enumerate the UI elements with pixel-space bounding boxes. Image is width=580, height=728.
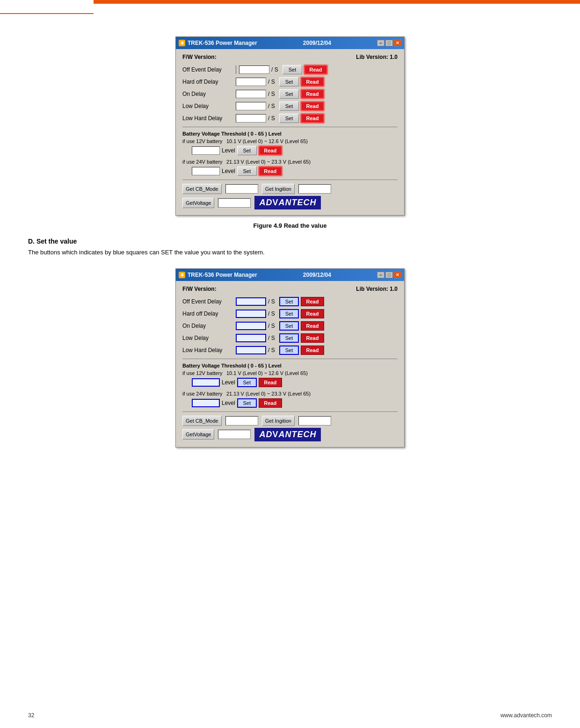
delay-input-1-2[interactable] — [236, 90, 266, 98]
read-btn-2-3[interactable]: Read — [301, 333, 324, 343]
title-bar-left-2: 🖥 TREK-536 Power Manager — [179, 272, 257, 278]
battery-title-2: Battery Voltage Threshold ( 0 - 65 ) Lev… — [182, 363, 398, 368]
set-btn-battery12-2[interactable]: Set — [237, 378, 257, 387]
read-btn-2-4[interactable]: Read — [301, 346, 324, 355]
read-btn-battery24-2[interactable]: Read — [259, 398, 282, 408]
read-btn-battery12-2[interactable]: Read — [259, 378, 282, 387]
window-title-1: TREK-536 Power Manager — [188, 40, 257, 46]
app-window-1: 🖥 TREK-536 Power Manager 2009/12/04 − □ … — [175, 36, 405, 216]
set-btn-1-0[interactable]: Set — [283, 65, 302, 74]
delay-input-2-0[interactable] — [236, 297, 266, 306]
set-btn-2-0[interactable]: Set — [279, 297, 299, 306]
advantech-logo-2: ADVANTECH — [254, 428, 321, 441]
battery12-row-2: if use 12V battery 10.1 V (Level 0) ~ 12… — [182, 370, 398, 376]
figure1-container: 🖥 TREK-536 Power Manager 2009/12/04 − □ … — [28, 36, 552, 216]
delay-input-1-1[interactable] — [236, 78, 266, 86]
get-ingition-btn-1[interactable]: Get Ingition — [262, 184, 295, 194]
delay-input-2-4[interactable] — [236, 346, 266, 354]
battery12-range-2: 10.1 V (Level 0) ~ 12.6 V (Level 65) — [226, 370, 308, 376]
delay-label-1-3: Low Delay — [182, 103, 234, 109]
app-window-2: 🖥 TREK-536 Power Manager 2009/12/04 − □ … — [175, 268, 405, 447]
level-input-12-2[interactable] — [192, 378, 220, 387]
set-btn-battery12-1[interactable]: Set — [237, 146, 257, 155]
section-d-text: The buttons which indicates by blue squa… — [28, 248, 552, 257]
delay-row-2-3: Low Delay / S Set Read — [182, 333, 398, 343]
set-btn-2-4[interactable]: Set — [279, 346, 299, 355]
title-buttons-2: − □ ✕ — [377, 272, 401, 278]
battery24-range-2: 21.13 V (Level 0) ~ 23.3 V (Level 65) — [226, 391, 311, 396]
read-btn-2-1[interactable]: Read — [301, 309, 324, 318]
minimize-btn-1[interactable]: − — [377, 40, 384, 46]
delay-input-2-1[interactable] — [236, 310, 266, 318]
get-cbmode-btn-2[interactable]: Get CB_Mode — [182, 416, 222, 426]
level-row-24-1: Level Set Read — [182, 166, 398, 176]
divider-1b — [182, 180, 398, 180]
read-btn-1-3[interactable]: Read — [301, 101, 324, 111]
bottom-controls-1b: GetVoltage ADVANTECH — [182, 196, 398, 209]
read-btn-battery24-1[interactable]: Read — [259, 166, 282, 176]
close-btn-1[interactable]: ✕ — [394, 40, 401, 46]
level-input-12-1[interactable] — [192, 146, 220, 155]
read-btn-1-4[interactable]: Read — [301, 114, 324, 123]
set-btn-2-2[interactable]: Set — [279, 321, 299, 331]
close-btn-2[interactable]: ✕ — [394, 272, 401, 278]
get-ingition-btn-2[interactable]: Get Ingition — [262, 416, 295, 426]
read-btn-2-0[interactable]: Read — [301, 297, 324, 306]
bottom-controls-2b: GetVoltage ADVANTECH — [182, 428, 398, 441]
title-bar-1: 🖥 TREK-536 Power Manager 2009/12/04 − □ … — [176, 37, 404, 49]
battery12-row-1: if use 12V battery 10.1 V (Level 0) ~ 12… — [182, 138, 398, 144]
delay-label-2-1: Hard off Delay — [182, 310, 234, 317]
set-btn-2-3[interactable]: Set — [279, 333, 299, 343]
level-input-24-1[interactable] — [192, 167, 220, 175]
level-input-24-2[interactable] — [192, 399, 220, 407]
delay-row-1-3: Low Delay / S Set Read — [182, 101, 398, 111]
restore-btn-2[interactable]: □ — [385, 272, 393, 278]
delay-label-1-1: Hard off Delay — [182, 79, 234, 85]
set-btn-1-4[interactable]: Set — [279, 114, 299, 123]
level-label-24-2: Level — [222, 400, 235, 406]
lib-label-2: Lib Version: 1.0 — [356, 286, 398, 292]
delay-input-1-4[interactable] — [236, 114, 266, 123]
set-btn-2-1[interactable]: Set — [279, 309, 299, 318]
delay-input-1-3[interactable] — [236, 102, 266, 110]
set-btn-battery24-2[interactable]: Set — [237, 398, 257, 408]
delay-unit-1-4: / S — [268, 115, 277, 122]
get-voltage-btn-2[interactable]: GetVoltage — [182, 429, 214, 440]
get-voltage-btn-1[interactable]: GetVoltage — [182, 198, 214, 208]
delay-unit-2-1: / S — [268, 310, 277, 317]
bottom-controls-1: Get CB_Mode Get Ingition — [182, 184, 398, 194]
page-number: 32 — [28, 712, 34, 719]
read-btn-1-1[interactable]: Read — [301, 77, 324, 86]
read-btn-1-0[interactable]: Read — [304, 65, 327, 74]
delay-unit-1-2: / S — [268, 91, 277, 97]
battery24-row-1: if use 24V battery 21.13 V (Level 0) ~ 2… — [182, 159, 398, 165]
delay-row-2-1: Hard off Delay / S Set Read — [182, 309, 398, 318]
delay-input-2-3[interactable] — [236, 334, 266, 342]
set-btn-1-1[interactable]: Set — [279, 77, 299, 86]
read-btn-2-2[interactable]: Read — [301, 321, 324, 331]
delay-input-2-2[interactable] — [236, 322, 266, 330]
version-row-2: F/W Version: Lib Version: 1.0 — [182, 286, 398, 292]
website: www.advantech.com — [500, 712, 552, 719]
get-cbmode-btn-1[interactable]: Get CB_Mode — [182, 184, 222, 194]
window-body-1: F/W Version: Lib Version: 1.0 Off Event … — [176, 49, 404, 215]
delay-label-1-2: On Delay — [182, 91, 234, 97]
delay-unit-2-0: / S — [268, 298, 277, 305]
app-icon-2: 🖥 — [179, 272, 185, 278]
divider-2b — [182, 411, 398, 412]
read-btn-battery12-1[interactable]: Read — [259, 146, 282, 155]
figure1-caption: Figure 4.9 Read the value — [28, 222, 552, 229]
figure2-container: 🖥 TREK-536 Power Manager 2009/12/04 − □ … — [28, 268, 552, 447]
delay-row-1-2: On Delay / S Set Read — [182, 89, 398, 99]
delay-label-1-4: Low Hard Delay — [182, 115, 234, 122]
delay-label-2-4: Low Hard Delay — [182, 347, 234, 353]
restore-btn-1[interactable]: □ — [385, 40, 393, 46]
read-btn-1-2[interactable]: Read — [301, 89, 324, 99]
set-btn-battery24-1[interactable]: Set — [237, 166, 257, 176]
set-btn-1-3[interactable]: Set — [279, 101, 299, 111]
set-btn-1-2[interactable]: Set — [279, 89, 299, 99]
delay-row-1-1: Hard off Delay / S Set Read — [182, 77, 398, 86]
battery24-label-2: if use 24V battery — [182, 391, 225, 396]
minimize-btn-2[interactable]: − — [377, 272, 384, 278]
delay-input-1-0[interactable] — [239, 65, 269, 74]
